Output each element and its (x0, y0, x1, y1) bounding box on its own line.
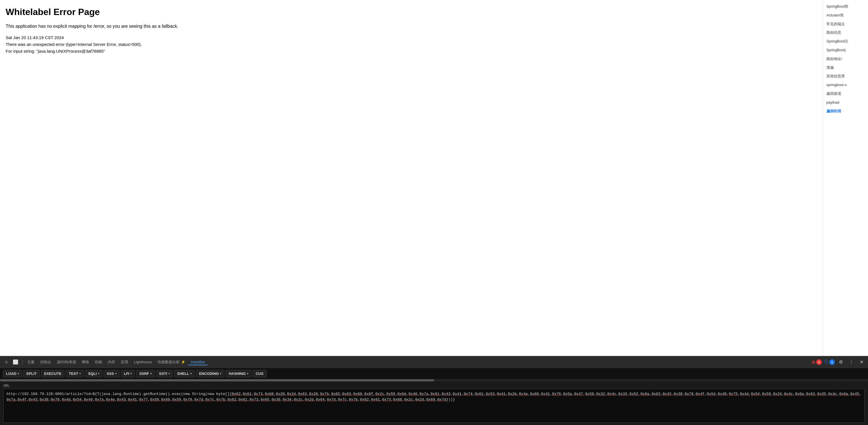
close-icon-btn[interactable]: ✕ (858, 358, 866, 366)
error-badge-group: ⊗ 1 (811, 359, 822, 365)
sidebar-item-other-leak[interactable]: 其他信息泄 (823, 72, 868, 81)
devtools-bar: ⊹ ⬜ | 元素 控制台 源代码/来源 网络 性能 内存 应用 Lighthou… (0, 356, 868, 368)
sidebar-item-payload[interactable]: payload (823, 98, 868, 107)
hackbar-btn-sqli[interactable]: SQLI▾ (85, 370, 102, 377)
sidebar-item-actuator[interactable]: Actuator简 (823, 11, 868, 20)
sidebar-item-vuln-exploit[interactable]: 漏洞利用 (823, 107, 868, 116)
tab-network[interactable]: 网络 (79, 359, 92, 366)
tab-console[interactable]: 控制台 (37, 359, 54, 366)
hackbar-btn-hashing[interactable]: HASHING▾ (225, 370, 251, 377)
tab-application[interactable]: 应用 (118, 359, 131, 366)
tab-hackbar[interactable]: HackBar (188, 359, 208, 365)
error-title: Whitelabel Error Page (6, 7, 817, 17)
hackbar-btn-execute[interactable]: EXECUTE (41, 370, 64, 377)
separator: | (22, 359, 23, 365)
info-badge: 1 (829, 359, 835, 365)
hackbar-btn-load[interactable]: LOAD▾ (3, 370, 22, 377)
url-box[interactable]: http://192.168.79.128:9091/article/?id=$… (3, 389, 865, 423)
hackbar-scrollbar-thumb[interactable] (0, 379, 434, 382)
devtools-right: ⊗ 1 🗨 1 ⚙ ⋮ ✕ (811, 358, 866, 366)
hackbar-toolbar: LOAD▾SPLITEXECUTETEST▾SQLI▾XSS▾LFI▾SSRF▾… (0, 368, 868, 379)
sidebar: SpringBoot简 Actuator简 常见的端点 路由信息 SpringB… (823, 0, 868, 356)
hackbar-btn-lfi[interactable]: LFI▾ (121, 370, 135, 377)
hackbar-btn-cus[interactable]: CUS (252, 370, 266, 377)
tab-perf-insights[interactable]: 性能数据分析 ⚡ (155, 359, 188, 366)
hackbar-btn-ssrf[interactable]: SSRF▾ (136, 370, 155, 377)
tab-memory[interactable]: 内存 (105, 359, 118, 366)
info-icon: 🗨 (824, 359, 829, 365)
hackbar-scrollbar[interactable] (0, 379, 868, 382)
mobile-icon-btn[interactable]: ⬜ (10, 358, 21, 366)
sidebar-item-springboot-paren[interactable]: SpringBoot( (823, 46, 868, 55)
tab-elements[interactable]: 元素 (24, 359, 37, 366)
sidebar-item-route-addr[interactable]: 路由地址/ (823, 55, 868, 63)
hackbar-btn-ssti[interactable]: SSTI▾ (156, 370, 173, 377)
sidebar-item-leak[interactable]: 泄漏 (823, 63, 868, 72)
sidebar-item-vuln-discovery[interactable]: 漏洞发现 (823, 89, 868, 98)
error-details: Sat Jan 20 11:43:19 CST 2024 There was a… (6, 34, 817, 55)
cursor-icon-btn[interactable]: ⊹ (2, 358, 10, 366)
tab-sources[interactable]: 源代码/来源 (54, 359, 79, 366)
error-input: For input string: "java.lang.UNIXProcess… (6, 48, 817, 55)
error-type: There was an unexpected error (type=Inte… (6, 41, 817, 48)
hackbar-btn-test[interactable]: TEST▾ (66, 370, 84, 377)
tab-lighthouse[interactable]: Lighthouse (131, 359, 155, 365)
hackbar-url-area: URL http://192.168.79.128:9091/article/?… (0, 382, 868, 425)
sidebar-item-springboot[interactable]: SpringBoot简 (823, 2, 868, 11)
sidebar-item-routing[interactable]: 路由信息 (823, 28, 868, 37)
url-label: URL (3, 384, 865, 388)
hackbar-btn-encoding[interactable]: ENCODING▾ (196, 370, 224, 377)
error-circle-icon: ⊗ (811, 359, 816, 365)
tab-performance[interactable]: 性能 (92, 359, 105, 366)
error-badge: 1 (816, 359, 822, 365)
settings-icon-btn[interactable]: ⚙ (837, 358, 845, 366)
error-time: Sat Jan 20 11:43:19 CST 2024 (6, 34, 817, 41)
sidebar-item-springboot-s[interactable]: springboot-s (823, 81, 868, 89)
hackbar-btn-shell[interactable]: SHELL▾ (174, 370, 195, 377)
hackbar-panel: LOAD▾SPLITEXECUTETEST▾SQLI▾XSS▾LFI▾SSRF▾… (0, 368, 868, 425)
sidebar-item-endpoints[interactable]: 常见的端点 (823, 20, 868, 29)
info-badge-group: 🗨 1 (824, 359, 835, 365)
more-icon-btn[interactable]: ⋮ (847, 358, 856, 366)
error-desc: This application has no explicit mapping… (6, 23, 817, 30)
hackbar-btn-split[interactable]: SPLIT (23, 370, 40, 377)
sidebar-item-springboot-note[interactable]: SpringBoot注 (823, 37, 868, 46)
hackbar-btn-xss[interactable]: XSS▾ (103, 370, 120, 377)
page-body: Whitelabel Error Page This application h… (0, 0, 823, 356)
